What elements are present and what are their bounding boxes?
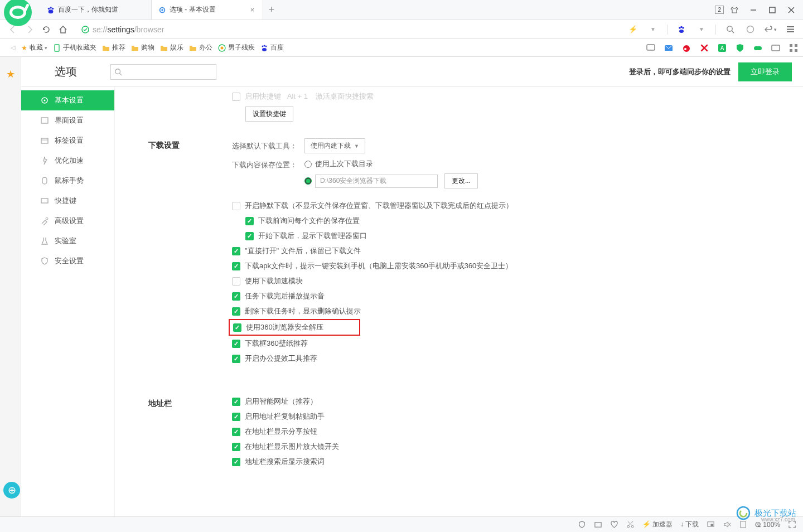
radio-last-dir[interactable] (304, 161, 312, 168)
menu-icon[interactable] (782, 21, 799, 38)
radio-custom-dir[interactable] (304, 177, 312, 185)
svg-rect-49 (41, 199, 48, 203)
svg-point-41 (115, 69, 120, 74)
title-bar: 百度一下，你就知道 选项 - 基本设置 × + 2 (0, 0, 803, 20)
wallet-icon[interactable] (771, 43, 781, 53)
sidebar-item-shortcut[interactable]: 快捷键 (21, 191, 114, 211)
checkbox-accel[interactable] (232, 277, 240, 286)
sidebar-item-security[interactable]: 安全设置 (21, 251, 114, 271)
maximize-button[interactable] (764, 2, 781, 18)
sidebar-item-tabs[interactable]: 标签设置 (21, 130, 114, 151)
checkbox-search-term[interactable] (232, 458, 240, 466)
checkbox-paste-helper[interactable] (232, 413, 240, 421)
gamepad-icon[interactable] (753, 43, 763, 53)
svg-point-26 (264, 45, 265, 46)
right-toolbar: A (646, 43, 799, 53)
reload-button[interactable] (38, 21, 55, 38)
checkbox-apk[interactable] (232, 262, 240, 270)
checkbox[interactable] (232, 93, 240, 101)
close-button[interactable] (783, 2, 800, 18)
home-button[interactable] (55, 21, 71, 38)
search-icon[interactable] (722, 21, 738, 38)
checkbox-del-confirm[interactable] (232, 307, 240, 316)
svg-point-2 (50, 6, 52, 8)
checkbox-magnifier[interactable] (232, 443, 240, 451)
mail-icon[interactable] (664, 43, 674, 53)
checkbox-share-btn[interactable] (232, 428, 240, 436)
bookmark-baidu[interactable]: 百度 (260, 43, 284, 52)
new-tab-button[interactable]: + (263, 0, 280, 20)
screenshot-icon[interactable] (699, 43, 709, 53)
bookmark-shopping[interactable]: 购物 (131, 43, 154, 52)
svg-point-32 (684, 48, 686, 50)
bookmark-office[interactable]: 办公 (189, 43, 212, 52)
favorites-button[interactable]: ★收藏 ▾ (21, 43, 47, 52)
translate-icon[interactable]: A (717, 43, 727, 53)
download-tool-select[interactable]: 使用内建下载▼ (304, 138, 365, 153)
apps-icon[interactable] (789, 43, 799, 53)
svg-point-50 (46, 217, 48, 220)
address-text: se://settings/browser (93, 25, 164, 34)
bookmark-recommend[interactable]: 推荐 (102, 43, 125, 52)
change-path-button[interactable]: 更改... (444, 173, 478, 188)
set-shortcut-button[interactable]: 设置快捷键 (245, 107, 293, 122)
assistant-bubble[interactable]: ⊕ (3, 482, 20, 499)
svg-point-15 (679, 30, 684, 33)
baidu-paw-icon[interactable] (673, 21, 690, 38)
flash-icon[interactable]: ⚡ (625, 21, 641, 38)
page-header: 选项 登录后，即可多端同步你的设置 立即登录 (21, 57, 803, 87)
sidebar-strip: ★ (0, 57, 21, 516)
tab-settings[interactable]: 选项 - 基本设置 × (152, 0, 263, 20)
checkbox-show-manager[interactable] (245, 232, 254, 240)
window-count-badge[interactable]: 2 (715, 6, 724, 14)
svg-point-6 (161, 9, 163, 11)
tab-title: 选项 - 基本设置 (170, 5, 249, 14)
sidebar-item-advanced[interactable]: 高级设置 (21, 211, 114, 231)
svg-line-42 (120, 73, 122, 75)
checkbox-sound[interactable] (232, 292, 240, 301)
sidebar-item-mouse[interactable]: 鼠标手势 (21, 171, 114, 191)
download-path-input[interactable] (315, 175, 438, 188)
tab-title: 百度一下，你就知道 (58, 5, 144, 14)
search-input[interactable] (110, 64, 216, 80)
dropdown-icon[interactable]: ▼ (693, 21, 710, 38)
minimize-button[interactable] (745, 2, 762, 18)
svg-point-25 (262, 45, 264, 47)
svg-point-44 (44, 100, 46, 101)
checkbox-silent[interactable] (232, 202, 240, 210)
tab-baidu[interactable]: 百度一下，你就知道 (40, 0, 152, 20)
browser-mode-icon[interactable] (742, 21, 758, 38)
label: 选择默认下载工具： (232, 141, 304, 151)
weibo-icon[interactable] (681, 43, 691, 53)
sidebar-item-basic[interactable]: 基本设置 (21, 90, 114, 110)
shield-icon[interactable] (735, 43, 745, 53)
sidebar-item-ui[interactable]: 界面设置 (21, 110, 114, 130)
login-button[interactable]: 立即登录 (738, 62, 792, 81)
checkbox-wallpaper[interactable] (232, 340, 240, 348)
search-icon (114, 68, 122, 76)
sidebar-item-lab[interactable]: 实验室 (21, 231, 114, 251)
checkbox-office[interactable] (232, 355, 240, 363)
sidebar-item-speed[interactable]: 优化加速 (21, 151, 114, 171)
bookmark-news[interactable]: 男子残疾 (218, 43, 255, 52)
svg-point-28 (262, 48, 267, 51)
checkbox-smart-url[interactable] (232, 398, 240, 406)
address-bar[interactable]: se://settings/browser (77, 22, 619, 37)
chevron-left-icon[interactable]: ◁ (4, 40, 21, 56)
svg-rect-8 (770, 7, 775, 13)
undo-dropdown-icon[interactable]: ▾ (762, 21, 778, 38)
section-title: 地址栏 (148, 396, 232, 472)
close-icon[interactable]: × (249, 6, 256, 13)
tv-icon[interactable] (646, 43, 656, 53)
svg-point-1 (48, 7, 50, 9)
dropdown-icon[interactable]: ▼ (645, 21, 661, 38)
checkbox-direct-open[interactable] (232, 247, 240, 255)
skin-icon[interactable] (726, 2, 743, 18)
star-icon[interactable]: ★ (6, 68, 15, 80)
settings-main[interactable]: 启用快捷键 Alt + 1 激活桌面快捷搜索 设置快捷键 下载设置 选择默认下载… (115, 87, 803, 516)
bookmark-entertainment[interactable]: 娱乐 (160, 43, 183, 52)
checkbox-unzip[interactable] (233, 323, 241, 332)
svg-rect-22 (55, 45, 59, 51)
bookmark-mobile[interactable]: 手机收藏夹 (53, 43, 96, 52)
checkbox-ask-location[interactable] (245, 217, 254, 225)
